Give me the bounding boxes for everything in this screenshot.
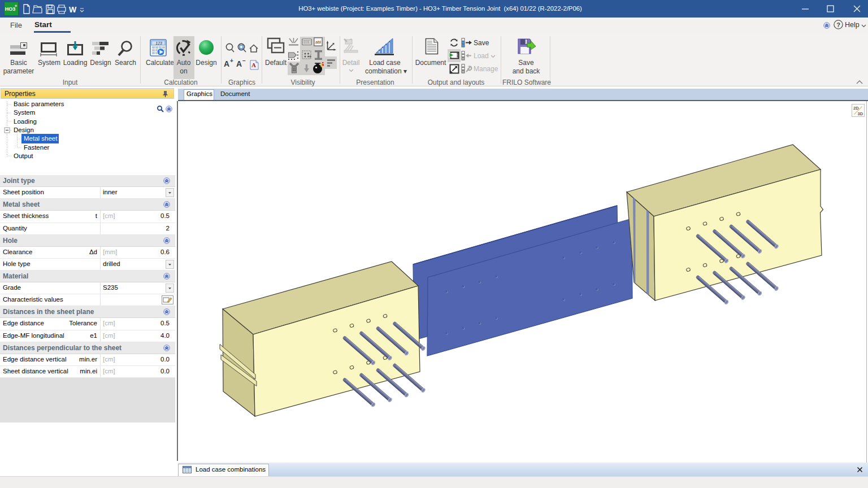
- svg-text:abl: abl: [315, 40, 321, 45]
- svg-text:3D: 3D: [858, 111, 863, 116]
- svg-text:2D: 2D: [853, 106, 859, 111]
- svg-text:123: 123: [155, 41, 162, 45]
- svg-text:?: ?: [836, 21, 840, 28]
